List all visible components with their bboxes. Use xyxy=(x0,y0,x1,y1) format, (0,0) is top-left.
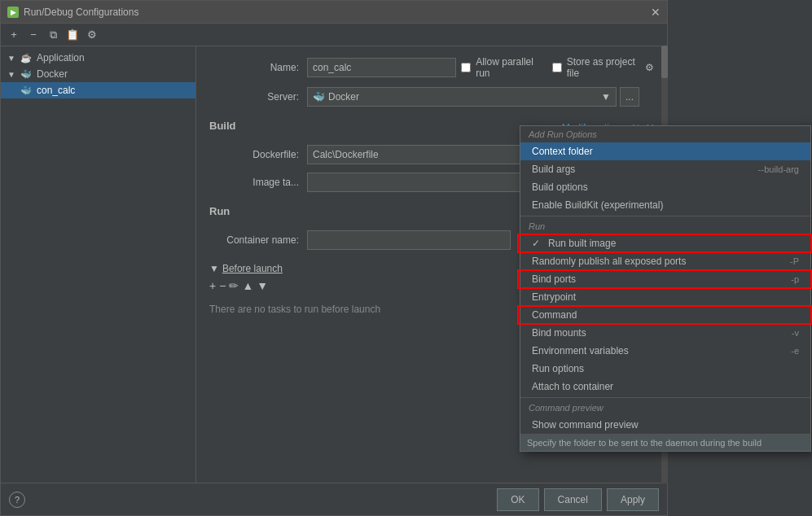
sidebar: ▼ ☕ Application ▼ 🐳 Docker 🐳 con_calc xyxy=(1,46,196,483)
dialog-title: Run/Debug Configurations xyxy=(24,7,138,18)
env-vars-label: Environment variables xyxy=(532,345,629,356)
name-input[interactable] xyxy=(307,58,456,77)
separator-1 xyxy=(520,216,810,216)
server-dropdown-icon: ▼ xyxy=(601,91,611,103)
expand-icon: ▼ xyxy=(7,54,15,63)
image-tag-input[interactable] xyxy=(307,173,535,192)
application-icon: ☕ xyxy=(20,53,32,63)
remove-config-button[interactable]: − xyxy=(25,27,42,43)
paste-config-button[interactable]: 📋 xyxy=(64,27,81,43)
before-launch-title: Before launch xyxy=(222,263,283,274)
title-bar: ▶ Run/Debug Configurations ✕ xyxy=(1,1,667,24)
sidebar-item-label: Docker xyxy=(37,68,68,80)
image-tag-label: Image ta... xyxy=(209,177,307,188)
settings-button[interactable]: ⚙ xyxy=(84,27,100,43)
dropdown-item-context-folder[interactable]: Context folder xyxy=(520,142,810,160)
dropdown-item-build-args[interactable]: Build args --build-arg xyxy=(520,160,810,178)
container-name-label: Container name: xyxy=(209,234,307,246)
dropdown-item-run-options[interactable]: Run options xyxy=(520,360,810,378)
dropdown-item-run-built-image[interactable]: ✓ Run built image 构建完成后是否运行 xyxy=(520,234,810,252)
bind-ports-label: Bind ports xyxy=(532,273,576,285)
randomly-publish-shortcut: -P xyxy=(790,256,799,266)
close-button[interactable]: ✕ xyxy=(651,6,661,19)
dropdown-menu: Add Run Options Context folder Build arg… xyxy=(520,125,811,452)
copy-config-button[interactable]: ⧉ xyxy=(45,27,61,43)
dropdown-item-randomly-publish[interactable]: Randomly publish all exposed ports -P xyxy=(520,252,810,270)
allow-parallel-label: Allow parallel run xyxy=(476,56,542,79)
server-label: Server: xyxy=(209,91,307,103)
expand-icon: ▼ xyxy=(7,70,15,79)
before-launch-expand: ▼ xyxy=(209,263,219,274)
container-name-input[interactable] xyxy=(307,230,511,250)
server-value: Docker xyxy=(328,91,359,103)
cancel-button[interactable]: Cancel xyxy=(544,488,602,511)
store-project-settings-icon[interactable]: ⚙ xyxy=(645,62,654,73)
store-project-label: Store as project file xyxy=(567,56,640,79)
dropdown-item-build-options[interactable]: Build options xyxy=(520,178,810,196)
add-config-button[interactable]: + xyxy=(6,27,22,43)
dropdown-item-attach-container[interactable]: Attach to container xyxy=(520,378,810,396)
attach-container-label: Attach to container xyxy=(532,381,613,392)
context-folder-label: Context folder xyxy=(532,146,593,157)
toolbar: + − ⧉ 📋 ⚙ xyxy=(1,24,667,46)
run-label: Run xyxy=(209,205,230,217)
bottom-left: ? xyxy=(9,492,25,508)
server-docker-icon: 🐳 xyxy=(313,91,325,103)
before-launch-up-button[interactable]: ▲ xyxy=(242,279,253,292)
bind-mounts-label: Bind mounts xyxy=(532,327,586,339)
dropdown-section-run: Run xyxy=(520,218,810,234)
apply-button[interactable]: Apply xyxy=(607,488,659,511)
allow-parallel-checkbox[interactable] xyxy=(461,63,471,72)
bottom-buttons: OK Cancel Apply xyxy=(497,488,659,511)
dropdown-item-command[interactable]: Command 完成后运行命令 xyxy=(520,306,810,324)
sidebar-item-docker[interactable]: ▼ 🐳 Docker xyxy=(1,66,195,82)
dropdown-item-show-preview[interactable]: Show command preview xyxy=(520,416,810,434)
server-select-display[interactable]: 🐳 Docker ▼ xyxy=(307,87,617,107)
dialog-icon: ▶ xyxy=(7,7,19,18)
before-launch-remove-button[interactable]: − xyxy=(219,279,226,292)
dropdown-tooltip: Specify the folder to be sent to the dae… xyxy=(520,434,810,451)
sidebar-item-application[interactable]: ▼ ☕ Application xyxy=(1,50,195,66)
title-bar-left: ▶ Run/Debug Configurations xyxy=(7,7,138,18)
server-row: Server: 🐳 Docker ▼ ... xyxy=(209,87,654,107)
dropdown-item-bind-mounts[interactable]: Bind mounts -v xyxy=(520,324,810,342)
sidebar-item-con-calc[interactable]: 🐳 con_calc xyxy=(1,82,195,98)
dropdown-item-env-vars[interactable]: Environment variables -e xyxy=(520,342,810,360)
dockerfile-label: Dockerfile: xyxy=(209,149,307,160)
dropdown-item-bind-ports[interactable]: Bind ports -p 绑定端口 xyxy=(520,270,810,288)
show-preview-label: Show command preview xyxy=(532,419,639,431)
scrollbar-thumb xyxy=(661,46,668,78)
run-built-checkmark: ✓ xyxy=(532,238,540,249)
ok-button[interactable]: OK xyxy=(497,488,538,511)
before-launch-edit-button[interactable]: ✏ xyxy=(229,279,239,292)
parallel-run-row: Allow parallel run xyxy=(461,56,542,79)
help-button[interactable]: ? xyxy=(9,492,25,508)
entrypoint-label: Entrypoint xyxy=(532,291,576,303)
store-project-row: Store as project file ⚙ xyxy=(552,56,654,79)
sidebar-item-label: con_calc xyxy=(37,85,75,96)
randomly-publish-label: Randomly publish all exposed ports xyxy=(532,256,686,267)
name-label: Name: xyxy=(209,62,307,73)
dropdown-item-buildkit[interactable]: Enable BuildKit (experimental) xyxy=(520,196,810,214)
run-options-label: Run options xyxy=(532,363,584,374)
dockerfile-input[interactable] xyxy=(307,145,535,164)
before-launch-down-button[interactable]: ▼ xyxy=(257,279,268,292)
bind-mounts-shortcut: -v xyxy=(792,328,799,338)
build-args-shortcut: --build-arg xyxy=(758,164,799,174)
dropdown-item-entrypoint[interactable]: Entrypoint xyxy=(520,288,810,306)
store-project-checkbox[interactable] xyxy=(552,63,562,72)
server-edit-button[interactable]: ... xyxy=(620,87,639,107)
docker-icon: 🐳 xyxy=(20,69,32,80)
build-options-label: Build options xyxy=(532,181,588,193)
name-row: Name: Allow parallel run Store as projec… xyxy=(209,56,654,79)
bind-ports-shortcut: -p xyxy=(791,274,799,284)
sidebar-item-label: Application xyxy=(37,52,85,63)
env-vars-shortcut: -e xyxy=(791,346,799,356)
server-select-row: 🐳 Docker ▼ ... xyxy=(307,87,639,107)
dropdown-section-preview: Command preview xyxy=(520,400,810,416)
build-args-label: Build args xyxy=(532,164,575,175)
command-label: Command xyxy=(532,309,577,321)
docker-sub-icon: 🐳 xyxy=(20,85,32,96)
build-label: Build xyxy=(209,120,236,132)
before-launch-add-button[interactable]: + xyxy=(209,279,216,292)
